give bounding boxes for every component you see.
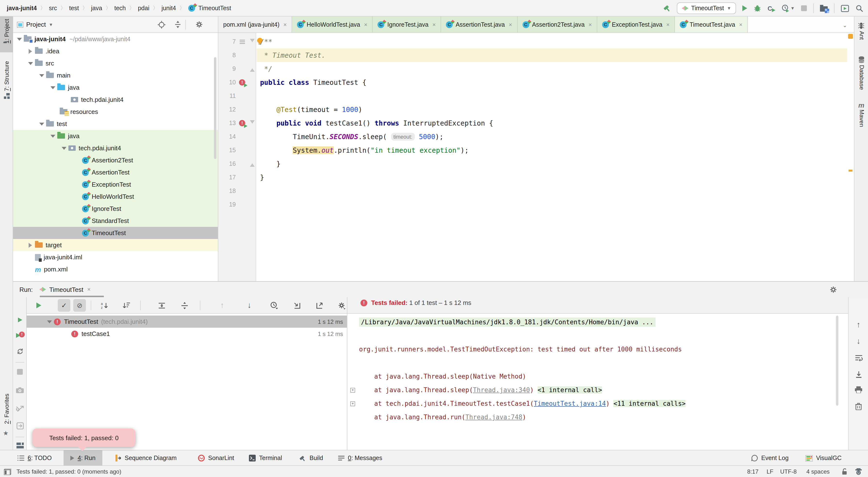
- tab-overflow-icon[interactable]: ⌄: [843, 22, 847, 29]
- stack-link[interactable]: Thread.java:340: [473, 386, 530, 394]
- sidebar-item-database[interactable]: Database: [858, 65, 865, 90]
- event-log-button[interactable]: Event Log: [751, 450, 789, 466]
- tree-item[interactable]: StandardTest: [13, 215, 218, 227]
- code-editor[interactable]: 7 /** 8 * Timeout Test. 9 */ 10 public c…: [218, 33, 854, 281]
- chevron-down-icon[interactable]: [37, 69, 46, 81]
- hector-inspection-icon[interactable]: [855, 466, 862, 477]
- tree-item[interactable]: IgnoreTest: [13, 203, 218, 215]
- test-case-row[interactable]: testCase1 1 s 12 ms: [27, 328, 347, 340]
- scroll-to-end-icon[interactable]: [848, 371, 868, 378]
- toolwindow-tab-messages[interactable]: 0: Messages: [338, 450, 382, 466]
- chevron-down-icon[interactable]: [49, 81, 57, 94]
- test-suite-row[interactable]: TimeoutTest (tech.pdai.junit4) 1 s 12 ms: [27, 315, 347, 328]
- tree-item[interactable]: Assertion2Test: [13, 154, 218, 166]
- indent-indicator[interactable]: 4 spaces: [806, 466, 830, 477]
- tree-item[interactable]: main: [13, 69, 218, 81]
- toolwindow-tab-terminal[interactable]: Terminal: [249, 450, 282, 466]
- tree-item[interactable]: AssertionTest: [13, 166, 218, 178]
- editor-tab[interactable]: Assertion2Test.java: [518, 16, 597, 32]
- chevron-down-icon[interactable]: [37, 118, 46, 130]
- toolwindow-tab-todo[interactable]: 6: TODO: [18, 450, 52, 466]
- chevron-right-icon[interactable]: [26, 239, 35, 251]
- chevron-down-icon[interactable]: [60, 142, 68, 154]
- failed-test-run-icon[interactable]: [239, 120, 246, 127]
- status-message[interactable]: Tests failed: 1, passed: 0 (moments ago): [17, 466, 121, 477]
- fold-marker-icon[interactable]: [249, 39, 255, 44]
- tree-item[interactable]: pom.xml: [13, 263, 218, 275]
- stack-link[interactable]: Thread.java:748: [465, 413, 522, 421]
- chevron-down-icon[interactable]: [49, 130, 57, 142]
- tree-item[interactable]: src: [13, 57, 218, 69]
- close-icon[interactable]: [589, 21, 592, 28]
- toolwindow-tab-sonarlint[interactable]: SonarLint: [198, 450, 234, 466]
- tree-item[interactable]: java: [13, 81, 218, 94]
- tree-item[interactable]: HelloWorldTest: [13, 191, 218, 203]
- project-view-select[interactable]: Project: [26, 21, 46, 28]
- chevron-down-icon[interactable]: [26, 57, 35, 69]
- fold-marker-icon[interactable]: [249, 120, 255, 126]
- sort-by-duration-icon[interactable]: [120, 299, 132, 312]
- close-icon[interactable]: [283, 21, 287, 28]
- breadcrumb-item[interactable]: pdai: [138, 5, 149, 11]
- collapse-all-icon[interactable]: [174, 21, 182, 28]
- toolwindow-tab-build[interactable]: Build: [299, 450, 323, 466]
- close-icon[interactable]: [87, 286, 91, 293]
- tree-item[interactable]: java-junit4~/pdai/www/java-junit4: [13, 33, 218, 45]
- clear-console-icon[interactable]: [848, 403, 868, 410]
- build-hammer-icon[interactable]: [662, 4, 670, 12]
- tree-item[interactable]: resources: [13, 106, 218, 118]
- tree-item[interactable]: test: [13, 118, 218, 130]
- encoding-indicator[interactable]: UTF-8: [780, 466, 797, 477]
- close-icon[interactable]: [739, 21, 742, 28]
- scroll-down-icon[interactable]: ↓: [848, 337, 868, 346]
- editor-tab[interactable]: ExceptionTest.java: [597, 16, 675, 32]
- show-passed-toggle[interactable]: ✓: [58, 299, 70, 312]
- run-button[interactable]: [742, 5, 747, 11]
- toggle-auto-test-icon[interactable]: [13, 348, 27, 355]
- soft-wrap-icon[interactable]: [848, 354, 868, 361]
- tree-item[interactable]: target: [13, 239, 218, 251]
- editor-tab[interactable]: IgnoreTest.java: [373, 16, 441, 32]
- rerun-button[interactable]: [32, 299, 45, 312]
- close-icon[interactable]: [509, 21, 512, 28]
- sidebar-item-ant[interactable]: Ant: [858, 31, 865, 40]
- chevron-down-icon[interactable]: [45, 315, 54, 328]
- close-icon[interactable]: [364, 21, 368, 28]
- expand-all-icon[interactable]: [155, 299, 168, 312]
- tree-item[interactable]: tech.pdai.junit4: [13, 142, 218, 154]
- line-separator-indicator[interactable]: LF: [767, 466, 773, 477]
- test-history-icon[interactable]: [268, 299, 280, 312]
- editor-tab[interactable]: pom.xml (java-junit4): [218, 16, 292, 32]
- show-ignored-toggle[interactable]: ⊘: [73, 299, 86, 312]
- test-settings-icon[interactable]: [335, 299, 348, 312]
- caret-position[interactable]: 8:17: [747, 466, 758, 477]
- next-failed-icon[interactable]: ↓: [243, 299, 256, 312]
- project-structure-icon[interactable]: [820, 6, 828, 11]
- gear-icon[interactable]: [195, 21, 203, 28]
- tree-item[interactable]: .idea: [13, 45, 218, 57]
- scroll-up-icon[interactable]: ↑: [848, 320, 868, 329]
- scrollbar-thumb[interactable]: [214, 57, 216, 159]
- run-content-tab[interactable]: TimeoutTest: [39, 286, 91, 293]
- chevron-right-icon[interactable]: [26, 45, 35, 57]
- breadcrumb-item[interactable]: tech: [114, 5, 126, 11]
- print-icon[interactable]: [848, 386, 868, 393]
- close-icon[interactable]: [666, 21, 670, 28]
- layout-settings-icon[interactable]: [13, 443, 27, 448]
- folded-calls-chip[interactable]: <11 internal calls>: [614, 400, 686, 407]
- gear-icon[interactable]: [830, 286, 837, 293]
- rerun-icon[interactable]: [13, 317, 27, 322]
- debug-button[interactable]: [753, 4, 761, 12]
- close-icon[interactable]: [432, 21, 436, 28]
- run-configuration-select[interactable]: TimeoutTest ▼: [677, 2, 736, 14]
- tree-item[interactable]: java: [13, 130, 218, 142]
- sort-alphabetically-icon[interactable]: az: [98, 299, 111, 312]
- console-command-line[interactable]: /Library/Java/JavaVirtualMachines/jdk1.8…: [359, 317, 655, 327]
- tree-item[interactable]: ExceptionTest: [13, 178, 218, 191]
- visualgc-button[interactable]: VisualGC: [805, 450, 842, 466]
- fold-expand-icon[interactable]: [350, 388, 355, 393]
- breadcrumb-item[interactable]: java: [91, 5, 102, 11]
- scrollbar-thumb[interactable]: [836, 315, 838, 406]
- locate-file-icon[interactable]: [158, 21, 165, 28]
- fold-marker-icon[interactable]: [249, 66, 255, 72]
